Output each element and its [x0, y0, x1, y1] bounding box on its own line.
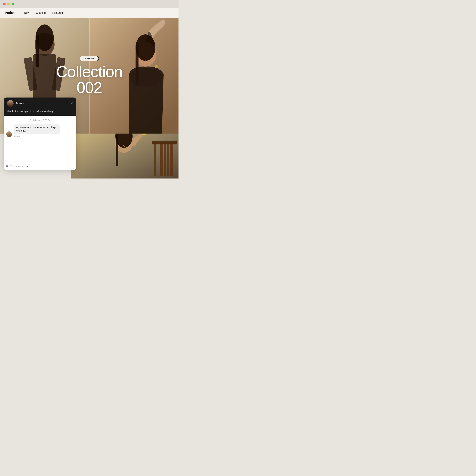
chat-message-input[interactable]	[10, 165, 74, 168]
nav-link-new[interactable]: New	[24, 11, 29, 14]
chat-greeting: Thanks for chatting with us. Ask me anyt…	[4, 109, 76, 116]
chat-messages: Hi, my name is James. How can I help you…	[4, 124, 76, 162]
close-button[interactable]	[3, 3, 6, 5]
nav-link-clothing[interactable]: Clothing	[36, 11, 46, 14]
chat-input-area: ≡	[4, 162, 76, 170]
nav-link-featured[interactable]: Featured	[52, 11, 63, 14]
collection-title-line2: 002	[56, 80, 122, 96]
message-bubble: Hi, my name is James. How can I help you…	[14, 124, 60, 134]
message-sender-name: James	[14, 135, 60, 137]
chat-header: James — ✕	[4, 98, 76, 109]
message-content: Hi, my name is James. How can I help you…	[14, 124, 60, 137]
navbar: Noire New Clothing Featured	[0, 8, 178, 18]
website-content: Noire New Clothing Featured	[0, 8, 178, 178]
chat-agent-name: James	[16, 102, 63, 105]
chat-started-label: Chat started at 1:22 PM	[4, 116, 76, 124]
message-row: Hi, my name is James. How can I help you…	[6, 124, 74, 137]
chat-menu-icon[interactable]: ≡	[6, 164, 8, 168]
chat-minimize-button[interactable]: —	[65, 102, 68, 105]
titlebar	[0, 0, 178, 8]
chat-body: Chat started at 1:22 PM Hi, my name is J…	[4, 116, 76, 162]
chat-avatar	[7, 100, 14, 107]
svg-rect-23	[170, 143, 173, 176]
chat-close-button[interactable]: ✕	[70, 102, 73, 105]
maximize-button[interactable]	[12, 3, 14, 5]
svg-rect-22	[167, 143, 170, 176]
chat-header-actions: — ✕	[65, 102, 73, 105]
new-in-badge: NEW IN	[80, 56, 99, 61]
collection-title: Collection 002	[56, 64, 122, 96]
minimize-button[interactable]	[7, 3, 10, 5]
brand-logo[interactable]: Noire	[5, 11, 14, 15]
svg-rect-27	[116, 134, 118, 166]
chat-widget: James — ✕ Thanks for chatting with us. A…	[4, 98, 76, 170]
svg-rect-24	[152, 141, 177, 144]
message-avatar	[6, 131, 12, 137]
bottom-section	[71, 134, 178, 178]
agent-avatar-image	[7, 100, 14, 107]
collection-title-line1: Collection	[56, 64, 122, 80]
svg-rect-21	[164, 143, 166, 176]
svg-rect-19	[154, 143, 156, 176]
svg-rect-20	[160, 143, 163, 176]
